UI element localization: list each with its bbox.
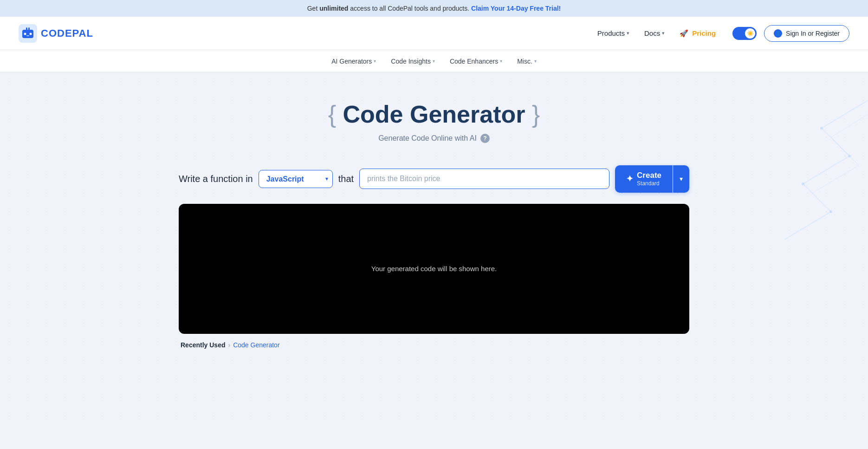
svg-point-3 bbox=[30, 33, 32, 35]
banner-cta-link[interactable]: Claim Your 14-Day Free Trial! bbox=[471, 5, 561, 12]
sub-nav-misc[interactable]: Misc. ▾ bbox=[511, 55, 543, 68]
nav-products[interactable]: Products ▾ bbox=[592, 26, 635, 41]
svg-point-8 bbox=[848, 155, 851, 157]
page-subtitle: Generate Code Online with AI ? bbox=[378, 134, 490, 143]
create-button-wrapper: ✦ Create Standard ▾ bbox=[615, 165, 689, 193]
logo-icon bbox=[19, 24, 37, 43]
sparkle-icon: ✦ bbox=[626, 174, 633, 184]
user-icon: 👤 bbox=[774, 29, 782, 38]
theme-toggle[interactable]: ☀️ bbox=[732, 27, 757, 40]
sub-nav-code-insights[interactable]: Code Insights ▾ bbox=[384, 55, 441, 68]
chevron-down-icon: ▾ bbox=[500, 59, 502, 64]
header: CODEPAL Products ▾ Docs ▾ 🚀 Pricing ☀️ 👤… bbox=[0, 17, 868, 50]
generator-row: Write a function in JavaScript Python Ty… bbox=[179, 165, 689, 193]
recently-used-link[interactable]: Code Generator bbox=[233, 341, 279, 349]
nav-pricing[interactable]: 🚀 Pricing bbox=[674, 26, 721, 41]
function-description-input[interactable] bbox=[359, 169, 609, 189]
svg-point-2 bbox=[24, 33, 26, 35]
create-standard-button[interactable]: ✦ Create Standard bbox=[615, 165, 673, 193]
language-select[interactable]: JavaScript Python TypeScript Java C++ C#… bbox=[259, 170, 333, 188]
svg-rect-5 bbox=[26, 27, 27, 30]
create-dropdown-button[interactable]: ▾ bbox=[673, 165, 689, 193]
deco-lines bbox=[729, 100, 868, 240]
top-banner: Get unlimited access to all CodePal tool… bbox=[0, 0, 868, 17]
recently-used-label: Recently Used bbox=[181, 341, 225, 349]
language-selector-wrapper: JavaScript Python TypeScript Java C++ C#… bbox=[259, 170, 333, 188]
banner-text: Get unlimited access to all CodePal tool… bbox=[307, 5, 561, 12]
rocket-icon: 🚀 bbox=[680, 29, 688, 38]
sub-nav-ai-generators[interactable]: AI Generators ▾ bbox=[325, 55, 382, 68]
logo[interactable]: CODEPAL bbox=[19, 24, 93, 43]
code-output-area: Your generated code will be shown here. bbox=[179, 204, 689, 334]
chevron-down-icon: ▾ bbox=[627, 30, 629, 36]
svg-point-9 bbox=[802, 182, 804, 185]
svg-point-10 bbox=[829, 210, 832, 213]
sub-nav-code-enhancers[interactable]: Code Enhancers ▾ bbox=[443, 55, 509, 68]
code-output-placeholder: Your generated code will be shown here. bbox=[371, 265, 497, 273]
theme-toggle-knob: ☀️ bbox=[745, 28, 755, 39]
main-content: { Code Generator } Generate Code Online … bbox=[0, 72, 868, 421]
recently-used-separator: › bbox=[228, 341, 230, 349]
recently-used-bar: Recently Used › Code Generator bbox=[179, 334, 689, 349]
write-label: Write a function in bbox=[179, 174, 253, 184]
that-label: that bbox=[338, 174, 354, 184]
sub-nav: AI Generators ▾ Code Insights ▾ Code Enh… bbox=[0, 50, 868, 72]
logo-text: CODEPAL bbox=[41, 27, 93, 39]
sign-in-button[interactable]: 👤 Sign In or Register bbox=[764, 25, 849, 42]
svg-rect-6 bbox=[28, 27, 30, 30]
help-icon[interactable]: ? bbox=[480, 134, 490, 143]
chevron-down-icon: ▾ bbox=[433, 59, 435, 64]
chevron-down-icon: ▾ bbox=[662, 30, 665, 36]
svg-rect-4 bbox=[26, 35, 29, 36]
page-title: { Code Generator } bbox=[328, 100, 540, 128]
nav-docs[interactable]: Docs ▾ bbox=[639, 26, 670, 41]
svg-point-7 bbox=[820, 127, 823, 130]
chevron-down-icon: ▾ bbox=[534, 59, 537, 64]
main-nav: Products ▾ Docs ▾ 🚀 Pricing bbox=[592, 26, 721, 41]
chevron-down-icon: ▾ bbox=[680, 175, 683, 182]
chevron-down-icon: ▾ bbox=[374, 59, 376, 64]
